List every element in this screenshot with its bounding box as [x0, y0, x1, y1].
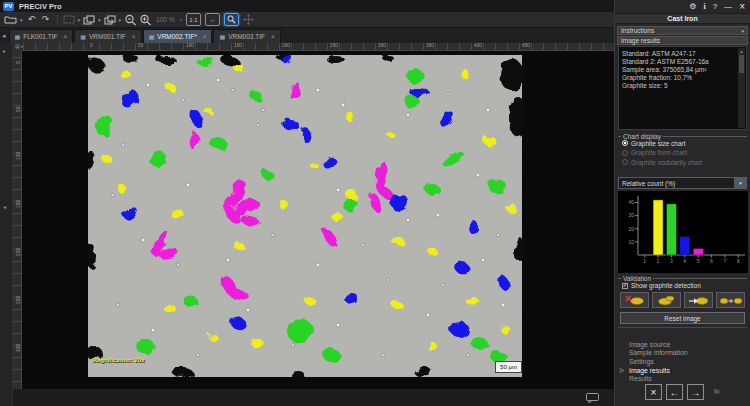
- collapse-arrow-icon[interactable]: ▾: [741, 28, 744, 34]
- layer-tool-button[interactable]: [104, 13, 116, 26]
- chevron-down-icon[interactable]: ▾: [98, 17, 101, 23]
- image-file-icon: ▦: [219, 33, 225, 40]
- step-label: Image source: [629, 341, 670, 348]
- fit-to-window-button[interactable]: ↔: [205, 13, 220, 26]
- chevron-down-icon[interactable]: ▾: [20, 17, 23, 23]
- reclassify-graphite-button[interactable]: [684, 292, 713, 308]
- scroll-up-icon[interactable]: ▴: [740, 48, 743, 54]
- tab-vrm001-tif[interactable]: ▦VRM001.TIF×: [74, 29, 141, 43]
- chart-display-legend: Chart display: [621, 133, 663, 140]
- help-icon[interactable]: ?: [713, 3, 717, 11]
- settings-gear-icon[interactable]: ⚙: [689, 3, 696, 11]
- radio-dot-icon[interactable]: [622, 140, 628, 146]
- workflow-step-image-source[interactable]: Image source: [629, 340, 748, 349]
- micrograph-image[interactable]: [88, 55, 522, 377]
- step-label: Results: [629, 375, 652, 382]
- workflow-nav-buttons: × ← → ⚑: [645, 384, 725, 400]
- actual-size-button[interactable]: 1:1: [186, 13, 201, 26]
- result-line: Standard: ASTM A247-17: [622, 50, 736, 58]
- tab-close-icon[interactable]: ×: [271, 33, 275, 40]
- minimize-icon[interactable]: —: [724, 3, 732, 11]
- radio-graphite-size-chart[interactable]: Graphite size chart: [622, 140, 747, 147]
- viewer-canvas[interactable]: Magnification: 20x 50 µm: [22, 51, 614, 389]
- ruler-options-button[interactable]: ▤▾: [15, 43, 23, 49]
- magnification-label: Magnification: 20x: [92, 357, 144, 363]
- step-label: Sample information: [629, 349, 688, 356]
- show-detection-checkbox[interactable]: ✓ Show graphite detection: [622, 282, 747, 289]
- tab-label: VRM003.TIF: [228, 33, 265, 40]
- ruler-tick-label: 0: [16, 56, 21, 64]
- delete-graphite-button[interactable]: [620, 292, 649, 308]
- chevron-down-icon[interactable]: ▾: [180, 17, 183, 23]
- instructions-section-header[interactable]: Instructions ▾: [617, 26, 748, 35]
- undo-button[interactable]: ↶: [26, 13, 38, 26]
- chevron-down-icon[interactable]: ▾: [78, 17, 81, 23]
- workflow-step-list: Image sourceSample informationSettings▷I…: [629, 340, 748, 383]
- zoom-out-button[interactable]: [124, 13, 137, 26]
- image-results-section-header[interactable]: Image results: [617, 36, 748, 45]
- scale-bar: 50 µm: [495, 361, 522, 373]
- validation-group: Validation ✓ Show graphite detection: [618, 278, 747, 328]
- step-label: Settings: [629, 358, 654, 365]
- image-file-icon: ▦: [80, 33, 86, 40]
- cancel-button[interactable]: ×: [645, 384, 662, 400]
- zoom-out-icon: [124, 14, 137, 26]
- copy-tool-button[interactable]: [83, 13, 95, 26]
- dropdown-arrow-icon[interactable]: ▾: [734, 178, 746, 188]
- chart-metric-value: Relative count (%): [622, 180, 675, 187]
- ruler-tick-label: 100: [16, 152, 21, 160]
- finish-flag-button[interactable]: ⚑: [708, 384, 725, 400]
- result-line: Sample area: 375065,84 µm²: [622, 66, 736, 74]
- tab-scroll-left-icon[interactable]: ◂: [2, 32, 6, 40]
- zoom-tool-button[interactable]: [224, 13, 239, 26]
- tab-close-icon[interactable]: ×: [132, 33, 136, 40]
- workflow-step-sample-information[interactable]: Sample information: [629, 349, 748, 358]
- chevron-down-icon[interactable]: ▾: [119, 17, 122, 23]
- zoom-in-button[interactable]: [139, 13, 152, 26]
- zoom-level-select[interactable]: 100 %: [156, 16, 174, 23]
- svg-text:20: 20: [628, 226, 634, 232]
- radio-graphite-form-chart: Graphite form chart: [622, 149, 747, 156]
- show-detection-label: Show graphite detection: [631, 282, 701, 289]
- checkbox-check-icon[interactable]: ✓: [622, 283, 628, 289]
- chart-display-group: Chart display Graphite size chartGraphit…: [618, 136, 747, 177]
- open-image-button[interactable]: [4, 13, 17, 26]
- vertical-ruler: 050100150200250300: [13, 51, 22, 389]
- results-scrollbar[interactable]: ▴: [738, 48, 745, 128]
- workflow-step-image-results[interactable]: ▷Image results: [629, 366, 748, 375]
- scrollbar-thumb[interactable]: [739, 55, 744, 73]
- tab-close-icon[interactable]: ×: [203, 33, 207, 40]
- left-panel-strip[interactable]: ▸ ◂: [0, 43, 13, 406]
- select-tool-button[interactable]: [63, 13, 75, 26]
- tab-vrm003-tif[interactable]: ▦VRM003.TIF×: [213, 29, 280, 43]
- pan-tool-button[interactable]: [242, 13, 254, 26]
- step-label: Image results: [629, 367, 670, 374]
- results-text-area[interactable]: ▴ Standard: ASTM A247-17Standard 2: ASTM…: [618, 46, 747, 130]
- ruler-tick-label: 150: [234, 43, 242, 48]
- tab-flk001-tif[interactable]: ▦FLK001.TIF×: [9, 29, 74, 43]
- selection-rect-icon: [63, 15, 75, 24]
- close-icon[interactable]: ×: [739, 2, 745, 12]
- image-results-label: Image results: [621, 37, 660, 44]
- svg-text:30: 30: [628, 212, 634, 218]
- previous-step-button[interactable]: ←: [666, 384, 683, 400]
- panel-expand-icon[interactable]: ▸: [3, 47, 6, 54]
- draw-graphite-button[interactable]: [652, 292, 681, 308]
- tab-close-icon[interactable]: ×: [64, 33, 68, 40]
- panel-handle-icon[interactable]: ◂: [3, 203, 6, 210]
- window-controls: ⚙ i ? — ×: [689, 1, 745, 12]
- tab-label: VRM002.TIF*: [157, 33, 196, 40]
- workflow-step-results[interactable]: Results: [629, 374, 748, 383]
- annotation-icon[interactable]: [585, 392, 600, 404]
- ruler-tick-label: 150: [16, 200, 21, 208]
- info-icon[interactable]: i: [703, 3, 705, 11]
- chart-metric-dropdown[interactable]: Relative count (%) ▾: [618, 177, 747, 189]
- tab-vrm002-tif-[interactable]: ▦VRM002.TIF*×: [143, 29, 213, 43]
- next-step-button[interactable]: →: [687, 384, 704, 400]
- workflow-step-settings[interactable]: Settings: [629, 357, 748, 366]
- layers-icon: [104, 15, 116, 25]
- merge-graphite-button[interactable]: [716, 292, 745, 308]
- pan-icon: [243, 14, 254, 25]
- reset-image-button[interactable]: Reset image: [620, 312, 745, 324]
- redo-button[interactable]: ↷: [40, 13, 52, 26]
